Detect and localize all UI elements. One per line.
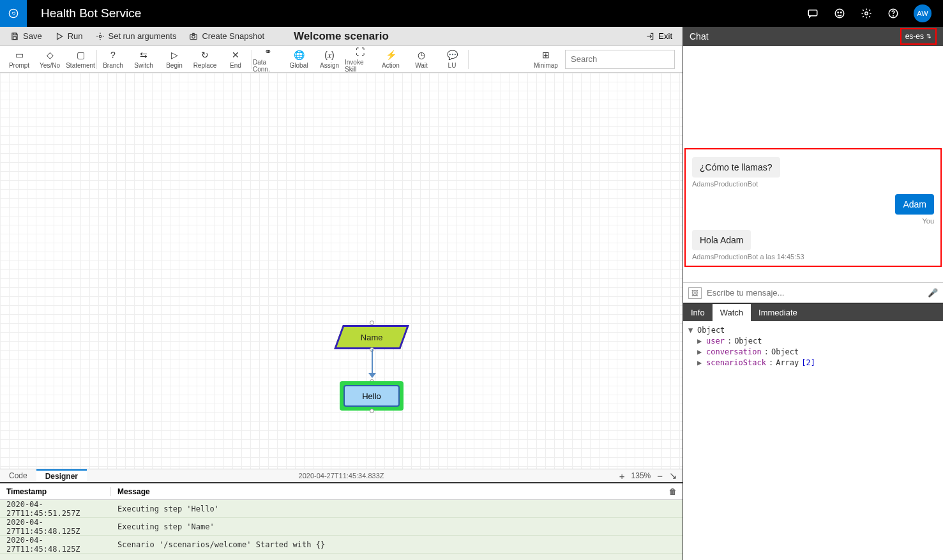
app-logo[interactable]: [0, 0, 27, 27]
user-message: Adam: [895, 194, 934, 215]
chat-body: ¿Cómo te llamas? AdamsProductionBot Adam…: [683, 46, 943, 282]
designer-canvas[interactable]: Name Hello: [0, 73, 683, 469]
save-icon: [10, 32, 19, 41]
set-run-args-button[interactable]: Set run arguments: [96, 31, 177, 41]
svg-point-0: [9, 9, 17, 17]
caret-right-icon[interactable]: ▶: [697, 347, 704, 358]
svg-rect-8: [13, 33, 17, 34]
branch-icon: ?: [110, 49, 116, 61]
clear-log-button[interactable]: 🗑: [663, 487, 683, 496]
switch-icon: ⇆: [140, 49, 147, 61]
node-palette: ▭Prompt ◇Yes/No ▢Statement ?Branch ⇆Swit…: [0, 46, 683, 73]
log-header-timestamp: Timestamp: [0, 487, 111, 496]
tab-designer[interactable]: Designer: [36, 469, 87, 482]
palette-replace[interactable]: ↻Replace: [190, 46, 220, 73]
action-toolbar: Save Run Set run arguments Create Snapsh…: [0, 27, 683, 46]
user-sender-label: You: [692, 217, 934, 225]
svg-point-7: [893, 15, 894, 16]
scenario-title: Welcome scenario: [294, 30, 389, 43]
fit-button[interactable]: ↘: [669, 470, 677, 481]
exit-button[interactable]: Exit: [645, 31, 672, 41]
snapshot-button[interactable]: Create Snapshot: [189, 31, 264, 41]
chat-input[interactable]: [707, 288, 923, 298]
palette-end[interactable]: ✕End: [220, 46, 251, 73]
node-hello[interactable]: Hello: [340, 381, 404, 411]
svg-point-10: [99, 35, 102, 38]
dataconn-icon: ⚭: [264, 46, 272, 57]
top-bar: Health Bot Service AW: [0, 0, 943, 27]
palette-invokeskill[interactable]: ⛶Invoke Skill: [345, 46, 375, 73]
prompt-icon: ▭: [15, 49, 24, 61]
avatar[interactable]: AW: [914, 4, 932, 22]
chat-header: Chat es-es ⇅: [683, 27, 943, 46]
zoom-in-button[interactable]: +: [619, 471, 625, 481]
image-icon[interactable]: 🖼: [688, 287, 702, 299]
chat-icon[interactable]: [806, 7, 819, 20]
palette-global[interactable]: 🌐Global: [283, 46, 314, 73]
search-input[interactable]: [565, 50, 675, 69]
wait-icon: ◷: [418, 49, 425, 61]
assign-icon: (𝑥): [324, 49, 334, 61]
run-button[interactable]: Run: [55, 31, 83, 41]
zoom-out-button[interactable]: −: [657, 471, 663, 481]
svg-point-2: [835, 9, 844, 18]
locale-selector[interactable]: es-es ⇅: [900, 28, 937, 45]
connector-dot[interactable]: [370, 409, 374, 413]
edge-line: [372, 349, 373, 376]
palette-assign[interactable]: (𝑥)Assign: [314, 46, 345, 73]
mic-icon[interactable]: 🎤: [928, 288, 938, 298]
palette-statement[interactable]: ▢Statement: [65, 46, 96, 73]
palette-begin[interactable]: ▷Begin: [159, 46, 190, 73]
tree-item-conversation[interactable]: ▶conversation: Object: [688, 347, 938, 358]
svg-point-5: [865, 12, 868, 15]
help-icon[interactable]: [887, 7, 900, 20]
bot-message: ¿Cómo te llamas?: [692, 157, 780, 178]
canvas-timestamp: 2020-04-27T11:45:34.833Z: [299, 472, 384, 480]
play-icon: [55, 32, 64, 41]
caret-down-icon[interactable]: ▼: [688, 325, 695, 336]
tab-immediate[interactable]: Immediate: [751, 304, 805, 321]
palette-switch[interactable]: ⇆Switch: [128, 46, 159, 73]
tab-info[interactable]: Info: [683, 304, 713, 321]
svg-point-12: [192, 35, 195, 38]
log-panel: Timestamp Message 🗑 2020-04-27T11:45:51.…: [0, 482, 683, 560]
app-title: Health Bot Service: [41, 6, 141, 20]
edge-arrow: [368, 373, 376, 378]
connector-dot[interactable]: [370, 321, 374, 325]
exit-icon: [645, 32, 654, 41]
global-icon: 🌐: [294, 49, 305, 61]
log-body[interactable]: 2020-04-27T11:45:51.257ZExecuting step '…: [0, 500, 683, 560]
tree-root[interactable]: ▼Object: [688, 325, 938, 336]
log-row: 2020-04-27T11:45:48.125ZExecuting step '…: [0, 518, 683, 536]
palette-yesno[interactable]: ◇Yes/No: [34, 46, 65, 73]
palette-wait[interactable]: ◷Wait: [406, 46, 437, 73]
node-name[interactable]: Name: [334, 325, 409, 349]
statement-icon: ▢: [77, 49, 85, 61]
arguments-icon: [96, 32, 105, 41]
zoom-level: 135%: [631, 471, 651, 480]
caret-right-icon[interactable]: ▶: [697, 358, 704, 368]
tab-watch[interactable]: Watch: [713, 304, 751, 321]
palette-branch[interactable]: ?Branch: [98, 46, 128, 73]
debug-tabs: Info Watch Immediate: [683, 304, 943, 321]
palette-lu[interactable]: 💬LU: [437, 46, 467, 73]
gear-icon[interactable]: [860, 7, 873, 20]
svg-point-4: [841, 12, 842, 13]
watch-panel[interactable]: ▼Object ▶user: Object ▶conversation: Obj…: [683, 321, 943, 560]
save-button[interactable]: Save: [10, 31, 42, 41]
palette-prompt[interactable]: ▭Prompt: [4, 46, 34, 73]
svg-rect-9: [13, 36, 17, 39]
tree-item-scenariostack[interactable]: ▶scenarioStack: Array [2]: [688, 358, 938, 368]
smiley-icon[interactable]: [833, 7, 846, 20]
camera-icon: [189, 32, 198, 41]
palette-action[interactable]: ⚡Action: [375, 46, 406, 73]
palette-dataconn[interactable]: ⚭Data Conn.: [253, 46, 283, 73]
tree-item-user[interactable]: ▶user: Object: [688, 336, 938, 347]
tab-code[interactable]: Code: [0, 469, 36, 482]
invokeskill-icon: ⛶: [356, 46, 365, 57]
lu-icon: 💬: [447, 49, 458, 61]
minimap-button[interactable]: ⊞Minimap: [531, 49, 561, 69]
yesno-icon: ◇: [47, 49, 54, 61]
caret-right-icon[interactable]: ▶: [697, 336, 704, 347]
replace-icon: ↻: [201, 49, 209, 61]
